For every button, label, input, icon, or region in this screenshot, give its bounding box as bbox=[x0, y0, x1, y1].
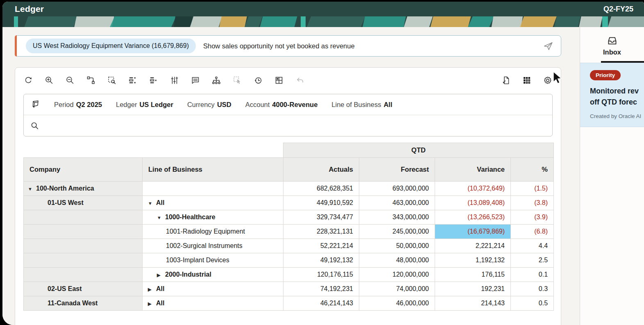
cell-actions-icon[interactable] bbox=[274, 75, 284, 85]
forecast-cell[interactable]: 46,000,000 bbox=[359, 296, 435, 311]
hierarchy-icon[interactable] bbox=[211, 75, 221, 85]
company-cell[interactable] bbox=[24, 268, 143, 282]
pov-filter-period[interactable]: PeriodQ2 2025 bbox=[54, 101, 102, 109]
line-of-business-cell[interactable]: ▼All bbox=[143, 196, 283, 210]
company-cell[interactable] bbox=[24, 239, 143, 253]
variance-cell[interactable]: (13,089,408) bbox=[435, 196, 511, 210]
pov-filter-ledger[interactable]: LedgerUS Ledger bbox=[116, 101, 173, 109]
search-icon[interactable] bbox=[30, 121, 39, 130]
company-cell[interactable]: 02-US East bbox=[24, 282, 143, 296]
company-cell[interactable] bbox=[24, 210, 143, 225]
export-icon[interactable] bbox=[501, 75, 511, 85]
pov-filter-currency[interactable]: CurrencyUSD bbox=[187, 101, 231, 109]
actuals-cell[interactable]: 228,321,131 bbox=[283, 225, 359, 239]
company-cell[interactable] bbox=[24, 253, 143, 268]
variance-cell[interactable]: 1,192,132 bbox=[435, 253, 511, 268]
col-header-company[interactable]: Company bbox=[24, 158, 143, 182]
grid-toolbar bbox=[23, 68, 553, 93]
variance-cell[interactable]: (16,679,869) bbox=[435, 225, 511, 239]
zoom-to-selection-icon[interactable] bbox=[107, 75, 117, 85]
forecast-cell[interactable]: 74,000,000 bbox=[359, 282, 435, 296]
variance-cell[interactable]: 214,143 bbox=[435, 296, 511, 311]
variance-cell[interactable]: (13,266,523) bbox=[435, 210, 511, 225]
pov-filters-row: PeriodQ2 2025LedgerUS LedgerCurrencyUSDA… bbox=[24, 94, 552, 115]
forecast-cell[interactable]: 343,000,000 bbox=[359, 210, 435, 225]
prompt-context-chip[interactable]: US West Radiology Equipment Variance (16… bbox=[26, 39, 196, 53]
expand-toggle-icon[interactable]: ▼ bbox=[157, 215, 165, 220]
pct-cell[interactable]: 0.1 bbox=[511, 268, 554, 282]
forecast-cell[interactable]: 48,000,000 bbox=[359, 253, 435, 268]
settings-icon[interactable] bbox=[543, 75, 553, 85]
adjust-icon[interactable] bbox=[170, 75, 179, 85]
col-header-lineofbusiness[interactable]: Line of Business bbox=[143, 158, 283, 182]
actuals-cell[interactable]: 74,192,231 bbox=[283, 282, 359, 296]
company-cell[interactable]: ▼100-North America bbox=[24, 182, 143, 196]
pct-cell[interactable]: 0.3 bbox=[511, 282, 554, 296]
pivot-icon[interactable] bbox=[86, 75, 96, 85]
refresh-icon[interactable] bbox=[23, 75, 33, 85]
table-column-header-row: CompanyLine of BusinessActualsForecastVa… bbox=[24, 158, 554, 182]
pct-cell[interactable]: (6.8) bbox=[511, 225, 554, 239]
expand-toggle-icon[interactable]: ▶ bbox=[148, 301, 156, 307]
expand-toggle-icon[interactable]: ▼ bbox=[28, 186, 36, 191]
variance-cell[interactable]: (10,372,649) bbox=[435, 182, 511, 196]
variance-cell[interactable]: 192,231 bbox=[435, 282, 511, 296]
actuals-cell[interactable]: 329,734,477 bbox=[283, 210, 359, 225]
actuals-cell[interactable]: 682,628,351 bbox=[283, 182, 359, 196]
actuals-cell[interactable]: 449,910,592 bbox=[283, 196, 359, 210]
forecast-cell[interactable]: 693,000,000 bbox=[359, 182, 435, 196]
insert-row-single-icon[interactable] bbox=[149, 75, 159, 85]
line-of-business-cell[interactable]: ▶All bbox=[143, 296, 283, 311]
tab-inbox[interactable]: Inbox bbox=[580, 27, 644, 63]
line-of-business-cell[interactable]: ▶All bbox=[143, 282, 283, 296]
ai-prompt-bar[interactable]: US West Radiology Equipment Variance (16… bbox=[15, 35, 561, 57]
history-icon[interactable] bbox=[253, 75, 263, 85]
line-of-business-cell[interactable]: ▼1000-Healthcare bbox=[143, 210, 283, 225]
member-search-row[interactable] bbox=[24, 115, 552, 136]
line-of-business-cell[interactable] bbox=[143, 182, 283, 196]
col-header-forecast[interactable]: Forecast bbox=[359, 158, 435, 182]
send-icon[interactable] bbox=[543, 41, 553, 51]
forecast-cell[interactable]: 120,000,000 bbox=[359, 268, 435, 282]
line-of-business-cell[interactable]: 1001-Radiology Equipment bbox=[143, 225, 283, 239]
company-cell[interactable]: 11-Canada West bbox=[24, 296, 143, 311]
variance-cell[interactable]: 2,221,214 bbox=[435, 239, 511, 253]
forecast-cell[interactable]: 463,000,000 bbox=[359, 196, 435, 210]
actuals-cell[interactable]: 49,192,132 bbox=[283, 253, 359, 268]
table-row: ▼100-North America682,628,351693,000,000… bbox=[24, 182, 554, 196]
col-header-actuals[interactable]: Actuals bbox=[283, 158, 359, 182]
line-of-business-cell[interactable]: 1002-Surgical Instruments bbox=[143, 239, 283, 253]
company-cell[interactable] bbox=[24, 225, 143, 239]
pov-filter-line-of-business[interactable]: Line of BusinessAll bbox=[331, 101, 392, 109]
actuals-cell[interactable]: 52,221,214 bbox=[283, 239, 359, 253]
forecast-cell[interactable]: 50,000,000 bbox=[359, 239, 435, 253]
expand-toggle-icon[interactable]: ▼ bbox=[148, 201, 156, 206]
expand-toggle-icon[interactable]: ▶ bbox=[157, 273, 165, 278]
pct-cell[interactable]: 4.4 bbox=[511, 239, 554, 253]
pov-filter-account[interactable]: Account4000-Revenue bbox=[245, 101, 318, 109]
col-header-variance[interactable]: Variance bbox=[435, 158, 511, 182]
prompt-input-text[interactable]: Show sales opportunity not yet booked as… bbox=[203, 42, 543, 50]
line-of-business-cell[interactable]: 1003-Implant Devices bbox=[143, 253, 283, 268]
col-header-[interactable]: % bbox=[511, 158, 554, 182]
line-of-business-cell[interactable]: ▶2000-Industrial bbox=[143, 268, 283, 282]
inbox-priority-card[interactable]: Priority Monitored rev off QTD forec Cre… bbox=[580, 63, 644, 127]
actuals-cell[interactable]: 46,214,143 bbox=[283, 296, 359, 311]
pct-cell[interactable]: 2.5 bbox=[511, 253, 554, 268]
pct-cell[interactable]: (3.9) bbox=[511, 210, 554, 225]
pct-cell[interactable]: (3.8) bbox=[511, 196, 554, 210]
expand-toggle-icon[interactable]: ▶ bbox=[148, 287, 156, 292]
pct-cell[interactable]: (1.5) bbox=[511, 182, 554, 196]
table-group-header-row: QTD bbox=[24, 143, 554, 158]
forecast-cell[interactable]: 245,000,000 bbox=[359, 225, 435, 239]
ledger-table: QTD CompanyLine of BusinessActualsForeca… bbox=[23, 143, 554, 311]
insert-rows-icon[interactable] bbox=[128, 75, 138, 85]
comments-icon[interactable] bbox=[190, 75, 200, 85]
grid-view-icon[interactable] bbox=[522, 75, 532, 85]
zoom-in-icon[interactable] bbox=[44, 75, 54, 85]
zoom-out-icon[interactable] bbox=[65, 75, 75, 85]
company-cell[interactable]: 01-US West bbox=[24, 196, 143, 210]
actuals-cell[interactable]: 120,176,115 bbox=[283, 268, 359, 282]
variance-cell[interactable]: 176,115 bbox=[435, 268, 511, 282]
pct-cell[interactable]: 0.5 bbox=[511, 296, 554, 311]
